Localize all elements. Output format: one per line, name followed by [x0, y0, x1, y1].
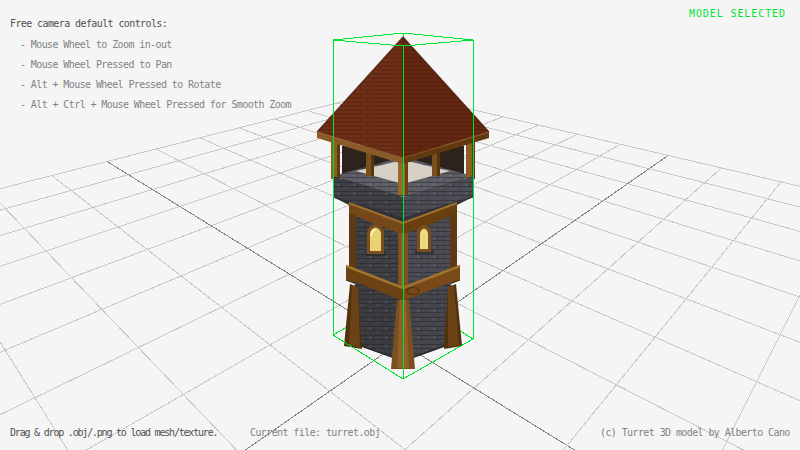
controls-help-item: - Alt + Mouse Wheel Pressed to Rotate — [20, 80, 221, 90]
grid-line — [0, 144, 621, 450]
controls-help-item: - Mouse Wheel Pressed to Pan — [20, 60, 172, 70]
window-right-glow — [420, 229, 428, 250]
grid-line — [156, 149, 800, 450]
grid-axis-line — [0, 155, 668, 450]
credit-text: (c) Turret 3D model by Alberto Cano — [600, 428, 790, 438]
controls-help-title: Free camera default controls: — [10, 19, 167, 29]
model-viewer-window: Free camera default controls: - Mouse Wh… — [0, 0, 800, 450]
model-selected-badge: MODEL SELECTED — [689, 9, 786, 19]
drop-hint-text: Drag & drop .obj/.png to load mesh/textu… — [10, 428, 217, 438]
current-file-label: Current file: turret.obj — [250, 428, 380, 438]
grid-line — [0, 134, 578, 450]
window-left-glow — [370, 228, 381, 252]
controls-help-item: - Alt + Ctrl + Mouse Wheel Pressed for S… — [20, 100, 291, 110]
belfry-post-left-shade — [337, 141, 340, 179]
controls-help-item: - Mouse Wheel to Zoom in-out — [20, 40, 172, 50]
grid-line — [239, 128, 800, 450]
